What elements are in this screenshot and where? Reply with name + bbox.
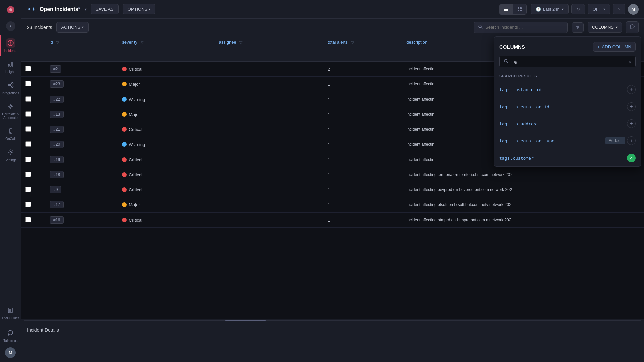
severity-label: Major <box>129 112 140 117</box>
add-column-button[interactable]: + ADD COLUMN <box>593 42 636 52</box>
column-add-button[interactable]: + <box>627 102 636 111</box>
options-button[interactable]: OPTIONS ▾ <box>123 4 156 14</box>
total-alerts-cell: 1 <box>324 137 402 152</box>
table-row[interactable]: #18 Critical 1 Incident affecting territ… <box>21 167 644 182</box>
row-checkbox[interactable] <box>25 126 31 132</box>
row-checkbox[interactable] <box>25 157 31 162</box>
severity-filter-icon[interactable]: ▽ <box>141 40 143 45</box>
actions-button[interactable]: ACTIONS ▾ <box>56 22 89 33</box>
sidebar-item-settings[interactable]: Settings <box>0 144 21 165</box>
sidebar-item-talk-to-us[interactable]: Talk to us <box>0 325 21 346</box>
column-result-item[interactable]: tags.ip_address + <box>494 115 641 132</box>
description-cell: Incident affecting btsoft on btsoft.bnt.… <box>402 197 644 213</box>
column-add-button[interactable]: + <box>627 119 636 128</box>
severity-filter-input[interactable] <box>122 52 211 58</box>
bottom-panel: Incident Details <box>21 322 644 362</box>
time-range-button[interactable]: 🕐 Last 24h ▾ <box>531 4 569 14</box>
trial-guides-label: Trial Guides <box>2 316 20 320</box>
assignee-cell <box>215 152 324 167</box>
severity-dot <box>122 67 127 71</box>
avatar[interactable]: M <box>5 347 16 358</box>
severity-dot <box>122 157 127 162</box>
search-input[interactable] <box>485 25 552 30</box>
column-add-button[interactable]: + <box>627 85 636 94</box>
severity-label: Critical <box>129 157 142 162</box>
sidebar-item-oncall[interactable]: OnCall <box>0 123 21 144</box>
sidebar-item-incidents[interactable]: Incidents <box>0 35 21 56</box>
help-button[interactable]: ? <box>613 4 625 14</box>
svg-rect-21 <box>518 7 519 9</box>
sidebar-item-integrations[interactable]: Integrations <box>0 77 21 98</box>
filter-button[interactable] <box>572 22 584 33</box>
severity-dot <box>122 187 127 192</box>
table-row[interactable]: #16 Critical 1 Incident affecting htmprd… <box>21 213 644 228</box>
svg-line-26 <box>481 28 482 29</box>
id-filter-cell <box>46 48 118 62</box>
description-cell: Incident affecting bevprod on bevprod.bn… <box>402 182 644 197</box>
severity-dot <box>122 142 127 147</box>
grid-view-button[interactable] <box>513 4 526 14</box>
columns-button[interactable]: COLUMNS ▾ <box>588 22 622 33</box>
severity-dot <box>122 202 127 207</box>
correlate-icon <box>6 102 15 111</box>
column-result-name: tags.customer <box>499 156 534 161</box>
scrollbar-thumb[interactable] <box>225 320 266 321</box>
row-checkbox[interactable] <box>25 111 31 117</box>
severity-label: Major <box>129 202 140 207</box>
column-result-item[interactable]: tags.customer ✓ <box>494 149 641 166</box>
off-button[interactable]: OFF ▾ <box>588 4 610 14</box>
row-checkbox[interactable] <box>25 141 31 147</box>
total-alerts-column-header[interactable]: total alerts ▽ <box>324 36 402 48</box>
severity-badge: Critical <box>122 172 211 177</box>
assignee-filter-input[interactable] <box>219 52 320 58</box>
severity-column-header[interactable]: severity ▽ <box>118 36 215 48</box>
column-result-item[interactable]: tags.instance_id + <box>494 81 641 98</box>
row-checkbox[interactable] <box>25 81 31 86</box>
id-filter-icon[interactable]: ▽ <box>56 40 59 45</box>
row-checkbox[interactable] <box>25 172 31 177</box>
sidebar-item-correlate[interactable]: Correlate & Automate <box>0 98 21 123</box>
row-checkbox[interactable] <box>25 217 31 222</box>
assignee-cell <box>215 62 324 77</box>
search-results-label: SEARCH RESULTS <box>494 71 641 81</box>
id-column-header[interactable]: id ▽ <box>46 36 118 48</box>
horizontal-scrollbar[interactable] <box>21 319 644 322</box>
chat-button[interactable] <box>626 21 639 33</box>
list-view-button[interactable] <box>499 4 513 14</box>
column-result-name: tags.instance_id <box>499 87 541 92</box>
assignee-column-header[interactable]: assignee ▽ <box>215 36 324 48</box>
row-checkbox[interactable] <box>25 187 31 192</box>
sidebar-collapse-btn[interactable]: › <box>6 21 15 31</box>
row-checkbox[interactable] <box>25 96 31 102</box>
columns-search-clear-icon[interactable]: × <box>629 59 631 64</box>
table-row[interactable]: #17 Major 1 Incident affecting btsoft on… <box>21 197 644 213</box>
assignee-cell <box>215 167 324 182</box>
sidebar-logo <box>5 4 17 16</box>
search-incidents-box <box>474 22 568 33</box>
svg-rect-18 <box>504 8 508 8</box>
sidebar-item-integrations-label: Integrations <box>2 91 19 95</box>
row-checkbox[interactable] <box>25 66 31 71</box>
topbar: ✦✦ Open Incidents* ▾ SAVE AS OPTIONS ▾ <box>21 0 644 19</box>
search-icon <box>478 24 483 30</box>
severity-dot <box>122 82 127 86</box>
table-row[interactable]: #9 Critical 1 Incident affecting bevprod… <box>21 182 644 197</box>
save-as-button[interactable]: SAVE AS <box>91 4 119 14</box>
refresh-button[interactable]: ↻ <box>571 4 585 14</box>
column-result-item[interactable]: tags.integration_id + <box>494 98 641 115</box>
svg-point-10 <box>10 105 12 107</box>
row-checkbox[interactable] <box>25 202 31 207</box>
sidebar-item-trial-guides[interactable]: Trial Guides <box>0 302 21 323</box>
columns-search-input[interactable] <box>511 59 626 64</box>
severity-dot <box>122 218 127 222</box>
total-alerts-filter-icon[interactable]: ▽ <box>351 40 354 45</box>
id-filter-input[interactable] <box>50 52 114 58</box>
total-alerts-filter-input[interactable] <box>328 52 398 58</box>
title-dropdown-icon[interactable]: ▾ <box>85 7 87 12</box>
topbar-avatar[interactable]: M <box>628 4 639 15</box>
sidebar-item-insights[interactable]: Insights <box>0 56 21 77</box>
talk-to-us-label: Talk to us <box>3 339 17 343</box>
severity-badge: Critical <box>122 127 211 132</box>
assignee-filter-icon[interactable]: ▽ <box>239 40 242 45</box>
column-result-item[interactable]: tags.integration_type Added! + <box>494 132 641 149</box>
